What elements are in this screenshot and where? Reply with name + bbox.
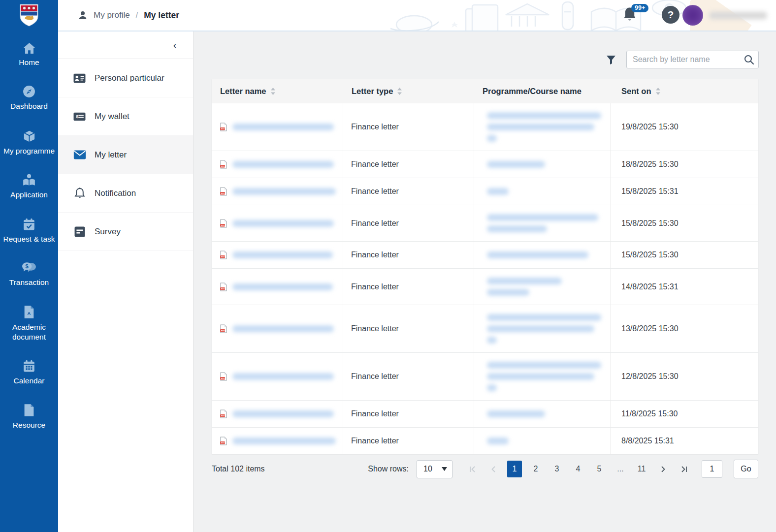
sort-icon[interactable] [397,88,402,95]
page-button-4[interactable]: 4 [571,461,585,477]
redacted-letter-name-link[interactable] [232,283,333,290]
breadcrumb: My profile / My letter [78,0,179,31]
letter-name-cell [212,242,343,268]
primary-nav: Home Dashboard My programme Application … [0,31,58,430]
column-label: Programme/Course name [483,87,582,96]
notifications-button[interactable]: 99+ [622,6,644,26]
letter-type: Finance letter [351,324,399,333]
programme-cell [474,151,611,178]
sent-on-cell: 18/8/2025 15:30 [611,151,758,178]
table-row: Finance letter 18/8/2025 15:30 [212,151,758,178]
submenu-item-my-wallet[interactable]: $ My wallet [58,97,193,136]
pdf-file-icon [220,187,227,196]
previous-page-button[interactable] [486,461,501,477]
programme-cell [474,353,611,400]
profile-submenu: ‹ Personal particular$ My wallet My lett… [58,31,194,532]
search-icon[interactable] [744,54,754,65]
sort-icon[interactable] [656,88,660,95]
letter-type: Finance letter [351,250,399,259]
sent-on-date: 11/8/2025 15:30 [621,409,678,418]
university-crest-logo[interactable] [0,0,58,31]
rows-per-page-select[interactable]: 10 [417,460,453,478]
go-button[interactable]: Go [734,460,758,478]
sidebar-item-application[interactable]: Application [1,174,57,199]
first-page-button[interactable] [465,461,480,477]
sidebar-item-transaction[interactable]: $ Transaction [1,262,57,287]
user-menu[interactable] [682,5,767,26]
wallet-icon: $ [73,112,86,121]
page-button-11[interactable]: 11 [634,461,649,477]
help-button[interactable]: ? [662,6,679,24]
sidebar-item-label: Transaction [9,278,49,287]
sent-on-cell: 15/8/2025 15:30 [611,242,758,268]
letters-table: Letter nameLetter typeProgramme/Course n… [212,79,758,454]
sent-on-cell: 15/8/2025 15:30 [611,205,758,241]
letter-type-cell: Finance letter [343,305,474,352]
redacted-letter-name-link[interactable] [232,188,336,195]
submenu-item-survey[interactable]: Survey [58,213,193,251]
page-jump-input[interactable] [702,460,722,478]
redacted-letter-name-link[interactable] [232,410,334,417]
envelope-icon [73,150,86,159]
table-toolbar [606,51,759,68]
programme-cell [474,178,611,205]
submenu-item-notification[interactable]: Notification [58,174,193,213]
submenu-item-personal-particular[interactable]: Personal particular [58,59,193,97]
sidebar-item-request-task[interactable]: Request & task [1,218,57,244]
column-header-letter-name[interactable]: Letter name [212,79,343,103]
home-icon [23,42,36,54]
sort-icon[interactable] [271,88,275,95]
person-book-icon [22,174,36,187]
notification-badge: 99+ [631,4,648,12]
redacted-letter-name-link[interactable] [232,251,333,258]
column-header-letter-type[interactable]: Letter type [343,79,474,103]
sidebar-item-dashboard[interactable]: Dashboard [1,85,57,111]
sent-on-date: 14/8/2025 15:31 [621,282,679,291]
file-icon [24,404,34,417]
table-row: Finance letter 15/8/2025 15:30 [212,205,758,242]
column-label: Letter name [220,87,266,96]
breadcrumb-my-profile[interactable]: My profile [94,10,130,20]
table-row: Finance letter 19/8/2025 15:30 [212,103,758,151]
collapse-sidebar-button[interactable]: ‹ [173,40,176,50]
programme-cell [474,269,611,305]
sent-on-date: 15/8/2025 15:31 [621,187,679,196]
redacted-letter-name-link[interactable] [232,124,334,130]
filter-icon[interactable] [606,54,616,65]
page-button-3[interactable]: 3 [550,461,564,477]
next-page-button[interactable] [655,461,670,477]
sidebar-item-academic-document[interactable]: A Academic document [1,305,57,342]
search-input[interactable] [626,51,759,68]
page-button-1[interactable]: 1 [507,461,522,477]
redacted-letter-name-link[interactable] [232,325,334,332]
compass-icon [23,85,35,98]
avatar[interactable] [682,5,703,26]
letter-type-cell: Finance letter [343,178,474,205]
sidebar-item-calendar[interactable]: Calendar [1,360,57,385]
primary-sidebar: Home Dashboard My programme Application … [0,0,58,532]
sidebar-item-my-programme[interactable]: My programme [1,129,57,156]
sidebar-item-home[interactable]: Home [1,42,57,67]
column-header-sent-on[interactable]: Sent on [611,79,758,103]
redacted-programme-name [487,251,588,258]
submenu-item-my-letter[interactable]: My letter [58,136,193,174]
sent-on-date: 12/8/2025 15:30 [621,372,679,381]
redacted-letter-name-link[interactable] [232,438,336,444]
redacted-programme-name [487,188,509,195]
page-button-5[interactable]: 5 [592,461,607,477]
sidebar-item-resource[interactable]: Resource [1,404,57,430]
letter-type-cell: Finance letter [343,103,474,151]
last-page-button[interactable] [677,461,691,477]
redacted-letter-name-link[interactable] [232,373,334,380]
pdf-file-icon [220,372,227,381]
letter-name-cell [212,428,343,454]
pdf-file-icon [220,160,227,169]
redacted-letter-name-link[interactable] [232,220,334,227]
table-row: Finance letter 15/8/2025 15:31 [212,178,758,205]
sent-on-cell: 8/8/2025 15:31 [611,428,758,454]
column-label: Sent on [621,87,651,96]
show-rows-label: Show rows: [368,465,409,473]
page-button-2[interactable]: 2 [528,461,543,477]
redacted-programme-name [487,135,497,142]
redacted-letter-name-link[interactable] [232,161,334,168]
